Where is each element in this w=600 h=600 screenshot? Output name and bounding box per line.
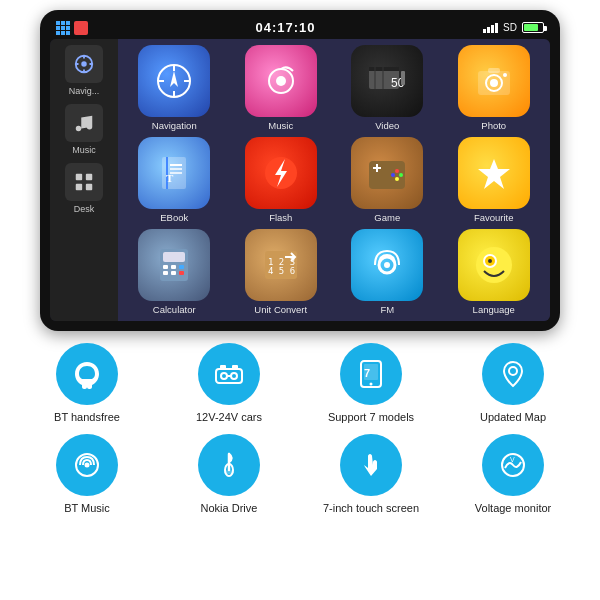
feature-touch-screen-circle [340,434,402,496]
app-favourite[interactable]: Favourite [444,137,545,223]
feature-voltage-monitor: V Voltage monitor [458,434,568,515]
svg-rect-27 [488,68,500,73]
svg-point-43 [395,177,399,181]
grid-status-icon [56,21,70,35]
feature-touch-screen: 7-inch touch screen [316,434,426,515]
signal-icon [483,23,498,33]
svg-point-28 [503,73,507,77]
app-photo-icon [458,45,530,117]
status-bar: 04:17:10 SD [50,18,550,39]
app-ebook[interactable]: T EBook [124,137,225,223]
feature-nokia-drive: Nokia Drive [174,434,284,515]
sidebar-item-desk[interactable]: Desk [65,163,103,214]
app-fm-icon [351,229,423,301]
feature-12v-24v: 12V-24V cars [174,343,284,424]
device: 04:17:10 SD [40,10,560,331]
app-navigation-icon [138,45,210,117]
sidebar-music-label: Music [72,145,96,155]
sidebar-item-navigation[interactable]: Navig... [65,45,103,96]
screen: Navig... Music [50,39,550,321]
feature-bt-handsfree: BT handsfree [32,343,142,424]
svg-marker-44 [478,159,510,189]
app-ebook-label: EBook [160,212,188,223]
svg-point-66 [231,373,237,379]
app-game[interactable]: Game [337,137,438,223]
svg-rect-52 [179,271,184,275]
svg-point-42 [391,173,395,177]
sd-icon: SD [503,22,517,33]
feature-voltage-monitor-label: Voltage monitor [475,501,551,515]
app-grid: Navigation Music [118,39,550,321]
app-ebook-icon: T [138,137,210,209]
app-language-label: Language [473,304,515,315]
app-video[interactable]: 50 Video [337,45,438,131]
feature-touch-screen-label: 7-inch touch screen [323,501,419,515]
app-flash-icon [245,137,317,209]
svg-rect-8 [76,184,82,190]
status-left [56,21,88,35]
svg-rect-63 [220,365,226,369]
feature-updated-map-label: Updated Map [480,410,546,424]
svg-point-57 [384,262,390,268]
svg-point-72 [509,367,517,375]
app-music[interactable]: Music [231,45,332,131]
sidebar-desk-icon [65,163,103,201]
app-favourite-label: Favourite [474,212,514,223]
sidebar-music-icon [65,104,103,142]
feature-12v-24v-circle [198,343,260,405]
svg-point-17 [276,76,286,86]
app-flash-label: Flash [269,212,292,223]
svg-point-70 [370,383,373,386]
sidebar-item-music[interactable]: Music [65,104,103,155]
app-calculator[interactable]: Calculator [124,229,225,315]
app-game-label: Game [374,212,400,223]
features-section: BT handsfree 12V-24V cars [0,331,600,534]
svg-text:4 5 6: 4 5 6 [268,266,295,276]
feature-voltage-monitor-circle: V [482,434,544,496]
svg-point-61 [488,259,492,263]
app-fm[interactable]: FM [337,229,438,315]
feature-12v-24v-label: 12V-24V cars [196,410,262,424]
sidebar-nav-label: Navig... [69,86,100,96]
svg-rect-48 [171,265,176,269]
feature-bt-music-label: BT Music [64,501,110,515]
app-fm-label: FM [380,304,394,315]
svg-rect-6 [76,174,82,180]
feature-nokia-drive-circle [198,434,260,496]
svg-rect-46 [163,252,185,262]
svg-rect-64 [232,365,238,369]
svg-rect-50 [163,271,168,275]
app-language-icon [458,229,530,301]
svg-rect-7 [86,174,92,180]
app-shortcut-icon [74,21,88,35]
svg-rect-47 [163,265,168,269]
app-photo[interactable]: Photo [444,45,545,131]
app-language[interactable]: Language [444,229,545,315]
svg-point-74 [85,463,90,468]
feature-bt-handsfree-label: BT handsfree [54,410,120,424]
app-unit-convert-icon: 1 2 3 4 5 6 [245,229,317,301]
svg-point-40 [395,169,399,173]
features-row-1: BT handsfree 12V-24V cars [16,343,584,424]
app-navigation-label: Navigation [152,120,197,131]
app-flash[interactable]: Flash [231,137,332,223]
svg-rect-23 [401,71,405,85]
feature-support-7-models: 7 Support 7 models [316,343,426,424]
app-unit-convert[interactable]: 1 2 3 4 5 6 Unit Convert [231,229,332,315]
svg-text:T: T [166,172,174,184]
svg-point-41 [399,173,403,177]
svg-point-5 [82,62,86,66]
svg-point-26 [490,79,498,87]
app-calculator-label: Calculator [153,304,196,315]
battery-fill [524,24,538,31]
app-navigation[interactable]: Navigation [124,45,225,131]
svg-text:7: 7 [364,367,370,379]
app-video-label: Video [375,120,399,131]
sidebar: Navig... Music [50,39,118,321]
device-wrapper: 04:17:10 SD [0,0,600,331]
svg-text:V: V [510,456,515,463]
svg-marker-15 [170,71,178,87]
svg-rect-39 [376,164,378,172]
svg-point-65 [221,373,227,379]
feature-nokia-drive-label: Nokia Drive [201,501,258,515]
